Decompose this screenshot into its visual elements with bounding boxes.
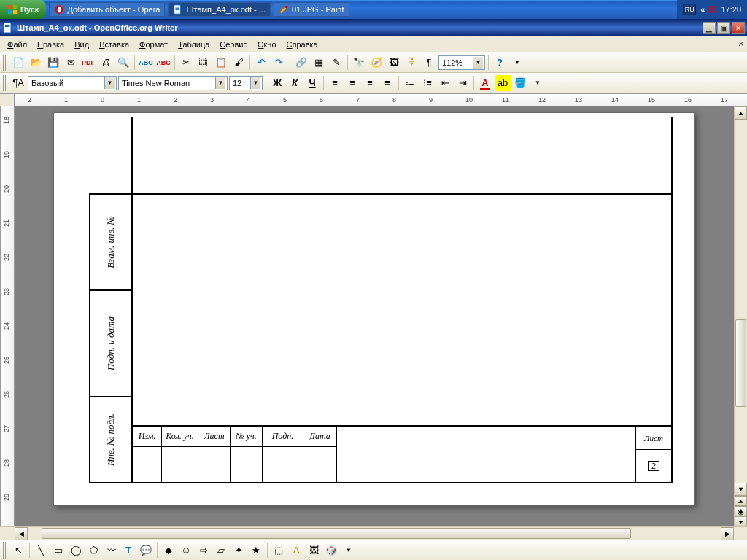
- redo-button[interactable]: ↷: [271, 55, 287, 71]
- flowchart-tool[interactable]: ▱: [213, 542, 229, 559]
- align-right-button[interactable]: ≡: [362, 75, 378, 91]
- scroll-left-button[interactable]: ◀: [15, 527, 28, 540]
- menu-format[interactable]: Формат: [135, 39, 172, 50]
- callout-tool[interactable]: 💬: [138, 542, 154, 559]
- ruler-horizontal[interactable]: 2101234567891011121314151617: [0, 93, 747, 106]
- help-button[interactable]: ?: [492, 55, 508, 71]
- draw-button[interactable]: ✎: [328, 55, 344, 71]
- close-button[interactable]: ✕: [732, 22, 745, 34]
- zoom-combo[interactable]: 112% ▼: [438, 55, 485, 70]
- clock[interactable]: 17:20: [721, 5, 741, 14]
- lang-indicator[interactable]: RU: [683, 4, 696, 15]
- highlight-button[interactable]: ab: [495, 75, 511, 91]
- scroll-thumb-v[interactable]: [735, 319, 746, 407]
- menu-view[interactable]: Вид: [70, 39, 93, 50]
- taskbar-item-opera[interactable]: Добавить объект - Opera: [49, 2, 165, 17]
- hyperlink-button[interactable]: 🔗: [293, 55, 309, 71]
- toolbar-dropdown[interactable]: ▼: [509, 55, 525, 71]
- numbering-button[interactable]: ≔: [402, 75, 418, 91]
- autocheck-button[interactable]: ABC: [155, 55, 171, 71]
- email-button[interactable]: ✉: [63, 55, 79, 71]
- italic-button[interactable]: К: [287, 75, 303, 91]
- find-button[interactable]: 🔭: [351, 55, 367, 71]
- navigator-button[interactable]: 🧭: [368, 55, 384, 71]
- toolbar-dropdown[interactable]: ▼: [530, 75, 546, 91]
- taskbar-item-writer[interactable]: Штамп_А4_ок.odt - ...: [168, 2, 271, 17]
- align-center-button[interactable]: ≡: [344, 75, 360, 91]
- fontwork-tool[interactable]: A: [288, 542, 304, 559]
- font-combo[interactable]: Times New Roman▼: [118, 76, 228, 90]
- basic-shapes-tool[interactable]: ◆: [160, 542, 177, 559]
- menu-help[interactable]: Справка: [282, 39, 322, 50]
- extrude-tool[interactable]: 🎲: [323, 542, 339, 559]
- styles-button[interactable]: ¶A: [10, 75, 26, 91]
- bullets-button[interactable]: ⁝≡: [419, 75, 436, 91]
- scrollbar-vertical[interactable]: ▲ ▼ ⏶ ◉ ⏷: [734, 106, 747, 526]
- points-tool[interactable]: ⬚: [271, 542, 287, 559]
- text-tool[interactable]: T: [120, 542, 136, 559]
- spellcheck-button[interactable]: ABC: [138, 55, 154, 71]
- indent-dec-button[interactable]: ⇤: [437, 75, 453, 91]
- callout-shapes-tool[interactable]: ✦: [231, 542, 247, 559]
- document-area[interactable]: DWG.RU Взам. инв. № Подп. и дата Инв. № …: [15, 106, 734, 526]
- style-combo[interactable]: Базовый▼: [28, 76, 117, 90]
- ruler-vertical[interactable]: 181920212223242526272829: [0, 106, 15, 526]
- align-left-button[interactable]: ≡: [327, 75, 343, 91]
- toolbar-grip[interactable]: [3, 542, 7, 559]
- fontcolor-button[interactable]: A: [477, 75, 493, 91]
- toolbar-grip[interactable]: [3, 75, 7, 91]
- menu-edit[interactable]: Правка: [33, 39, 69, 50]
- menu-window[interactable]: Окно: [253, 39, 281, 50]
- menu-table[interactable]: Таблица: [174, 39, 214, 50]
- open-button[interactable]: 📂: [28, 55, 44, 71]
- start-button[interactable]: Пуск: [0, 0, 46, 19]
- taskbar-item-paint[interactable]: 01.JPG - Paint: [274, 2, 349, 17]
- scroll-down-button[interactable]: ▼: [735, 483, 747, 496]
- prev-page-button[interactable]: ⏶: [735, 496, 747, 506]
- scroll-up-button[interactable]: ▲: [735, 106, 747, 120]
- toolbar-grip[interactable]: [3, 55, 7, 71]
- save-button[interactable]: 💾: [45, 55, 61, 71]
- doc-close-button[interactable]: ×: [738, 38, 744, 50]
- minimize-button[interactable]: ▁: [703, 22, 716, 34]
- arrow-shapes-tool[interactable]: ⇨: [196, 542, 212, 559]
- star-shapes-tool[interactable]: ★: [248, 542, 264, 559]
- fontsize-combo[interactable]: 12▼: [229, 76, 263, 90]
- gallery-button[interactable]: 🖼: [386, 55, 402, 71]
- datasources-button[interactable]: 🗄: [403, 55, 419, 71]
- bold-button[interactable]: Ж: [269, 75, 285, 91]
- scrollbar-horizontal[interactable]: ◀ ▶: [0, 526, 747, 540]
- polygon-tool[interactable]: ⬠: [85, 542, 101, 559]
- line-tool[interactable]: ╲: [33, 542, 49, 559]
- rect-tool[interactable]: ▭: [50, 542, 66, 559]
- pdf-button[interactable]: PDF: [80, 55, 96, 71]
- symbol-shapes-tool[interactable]: ☺: [178, 542, 194, 559]
- indent-inc-button[interactable]: ⇥: [454, 75, 471, 91]
- menu-insert[interactable]: Вставка: [95, 39, 133, 50]
- window-titlebar[interactable]: Штамп_А4_ок.odt - OpenOffice.org Writer …: [0, 19, 747, 36]
- nonprint-button[interactable]: ¶: [421, 55, 437, 71]
- new-button[interactable]: 📄: [10, 55, 26, 71]
- menu-file[interactable]: Файл: [3, 39, 31, 50]
- nav-button[interactable]: ◉: [735, 506, 747, 516]
- from-file-tool[interactable]: 🖼: [306, 542, 322, 559]
- preview-button[interactable]: 🔍: [115, 55, 131, 71]
- align-justify-button[interactable]: ≡: [379, 75, 395, 91]
- toolbar-dropdown[interactable]: ▼: [341, 542, 357, 559]
- scroll-thumb-h[interactable]: [42, 528, 631, 539]
- maximize-button[interactable]: ▣: [717, 22, 730, 34]
- ellipse-tool[interactable]: ◯: [68, 542, 84, 559]
- menu-tools[interactable]: Сервис: [215, 39, 252, 50]
- curve-tool[interactable]: 〰: [103, 542, 119, 559]
- table-button[interactable]: ▦: [311, 55, 327, 71]
- kaspersky-icon[interactable]: K: [709, 4, 716, 15]
- tray-expand-icon[interactable]: «: [700, 5, 705, 14]
- print-button[interactable]: 🖨: [98, 55, 114, 71]
- next-page-button[interactable]: ⏷: [735, 516, 747, 526]
- copy-button[interactable]: ⿻: [196, 55, 212, 71]
- scroll-right-button[interactable]: ▶: [721, 527, 734, 540]
- format-paint-button[interactable]: 🖌: [231, 55, 247, 71]
- paste-button[interactable]: 📋: [213, 55, 229, 71]
- undo-button[interactable]: ↶: [253, 55, 269, 71]
- select-tool[interactable]: ↖: [10, 542, 26, 559]
